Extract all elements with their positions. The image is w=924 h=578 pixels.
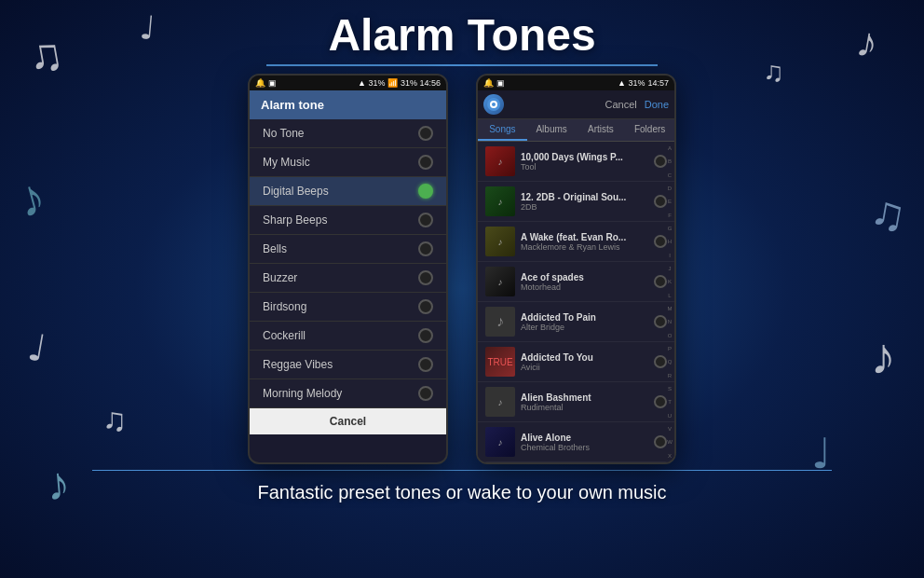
page-title: Alarm Tones bbox=[0, 9, 924, 61]
left-status-icons: 🔔 ▣ bbox=[255, 78, 277, 88]
song-thumb: ♪ bbox=[485, 267, 515, 296]
song-artist: Tool bbox=[521, 162, 648, 172]
alarm-item-reggae[interactable]: Reggae Vibes bbox=[250, 351, 446, 379]
alarm-item-label: Reggae Vibes bbox=[263, 358, 333, 371]
song-artist: Alter Bridge bbox=[521, 323, 648, 332]
radio-reggae bbox=[418, 357, 433, 372]
right-status-signal: ▲ 31% bbox=[618, 78, 645, 88]
song-info: A Wake (feat. Evan Ro... Macklemore & Ry… bbox=[521, 232, 648, 252]
song-thumb: ♪ bbox=[485, 146, 515, 176]
song-info: Addicted To Pain Alter Bridge bbox=[521, 312, 648, 332]
radio-cockerill bbox=[418, 328, 433, 343]
song-item-chemical[interactable]: ♪ Alive Alone Chemical Brothers bbox=[478, 422, 674, 462]
song-title: Ace of spades bbox=[521, 272, 648, 282]
alarm-item-label: Birdsong bbox=[263, 300, 306, 313]
song-title: 10,000 Days (Wings P... bbox=[521, 152, 648, 162]
song-artist: Avicii bbox=[521, 363, 648, 372]
radio-digital-beeps bbox=[418, 184, 433, 199]
song-item-avicii[interactable]: TRUE Addicted To You Avicii bbox=[478, 342, 674, 382]
song-info: Ace of spades Motorhead bbox=[521, 272, 648, 292]
song-title: A Wake (feat. Evan Ro... bbox=[521, 232, 648, 242]
music-app-icon bbox=[483, 94, 504, 115]
alarm-item-label: Buzzer bbox=[263, 271, 297, 284]
tab-songs[interactable]: Songs bbox=[478, 119, 527, 141]
song-artist: 2DB bbox=[521, 202, 648, 212]
left-phone: 🔔 ▣ ▲ 31% 📶 31% 14:56 Alarm tone No Tone… bbox=[248, 74, 448, 464]
song-title: Alive Alone bbox=[521, 433, 648, 443]
alarm-item-label: Bells bbox=[263, 242, 287, 255]
song-item-alterbridge[interactable]: ♪ Addicted To Pain Alter Bridge bbox=[478, 302, 674, 342]
bottom-line bbox=[92, 470, 832, 471]
radio-no-tone bbox=[418, 126, 433, 141]
alarm-item-label: Cockerill bbox=[263, 329, 306, 342]
title-area: Alarm Tones bbox=[0, 0, 924, 66]
song-info: Alive Alone Chemical Brothers bbox=[521, 433, 648, 452]
song-title: Addicted To Pain bbox=[521, 312, 648, 323]
right-status-left: 🔔 ▣ bbox=[483, 78, 505, 88]
tab-artists[interactable]: Artists bbox=[577, 119, 626, 141]
done-button[interactable]: Done bbox=[645, 99, 669, 110]
song-artist: Motorhead bbox=[521, 282, 648, 292]
song-thumb: TRUE bbox=[485, 347, 515, 377]
right-phone: 🔔 ▣ ▲ 31% 14:57 Cancel Done bbox=[476, 74, 676, 464]
right-phone-content: Cancel Done Songs Albums Artists Folders bbox=[478, 90, 674, 462]
alarm-item-cockerill[interactable]: Cockerill bbox=[250, 322, 446, 351]
alarm-item-label: No Tone bbox=[263, 127, 304, 140]
left-phone-content: Alarm tone No Tone My Music Digital Beep… bbox=[250, 90, 446, 434]
left-status-left: 🔔 ▣ bbox=[255, 78, 277, 88]
song-item-tool[interactable]: ♪ 10,000 Days (Wings P... Tool bbox=[478, 142, 674, 182]
left-cancel-button[interactable]: Cancel bbox=[250, 408, 446, 434]
left-status-right: ▲ 31% 📶 31% 14:56 bbox=[358, 78, 441, 88]
song-thumb: ♪ bbox=[485, 387, 515, 417]
alarm-item-no-tone[interactable]: No Tone bbox=[250, 119, 446, 148]
alarm-item-label: Digital Beeps bbox=[263, 185, 329, 198]
tab-bar: Songs Albums Artists Folders bbox=[478, 119, 674, 142]
tab-albums[interactable]: Albums bbox=[527, 119, 577, 141]
alarm-list: No Tone My Music Digital Beeps Sharp Bee… bbox=[250, 119, 446, 408]
song-title: 12. 2DB - Original Sou... bbox=[521, 192, 648, 202]
radio-morning bbox=[418, 386, 433, 401]
song-info: 12. 2DB - Original Sou... 2DB bbox=[521, 192, 648, 212]
song-item-motorhead[interactable]: ♪ Ace of spades Motorhead bbox=[478, 262, 674, 302]
song-list: ♪ 10,000 Days (Wings P... Tool ♪ 12. 2DB… bbox=[478, 142, 674, 462]
music-header-buttons: Cancel Done bbox=[605, 99, 669, 110]
alarm-item-label: Morning Melody bbox=[263, 387, 342, 400]
alarm-item-label: My Music bbox=[263, 156, 310, 169]
left-status-time: 📶 31% 14:56 bbox=[387, 78, 441, 88]
alarm-item-label: Sharp Beeps bbox=[263, 213, 327, 227]
song-artist: Macklemore & Ryan Lewis bbox=[521, 242, 648, 252]
radio-bells bbox=[418, 241, 433, 256]
right-status-bar: 🔔 ▣ ▲ 31% 14:57 bbox=[478, 76, 674, 90]
song-thumb: ♪ bbox=[485, 186, 515, 216]
side-index: A B C D E F G H I J K L M N O P Q bbox=[665, 142, 674, 462]
radio-buzzer bbox=[418, 270, 433, 285]
alarm-item-morning[interactable]: Morning Melody bbox=[250, 379, 446, 408]
alarm-item-digital-beeps[interactable]: Digital Beeps bbox=[250, 177, 446, 206]
song-thumb: ♪ bbox=[485, 227, 515, 256]
cancel-button[interactable]: Cancel bbox=[605, 99, 636, 110]
alarm-tone-header: Alarm tone bbox=[250, 90, 446, 119]
alarm-item-sharp-beeps[interactable]: Sharp Beeps bbox=[250, 206, 446, 235]
alarm-item-bells[interactable]: Bells bbox=[250, 235, 446, 264]
tab-folders[interactable]: Folders bbox=[625, 119, 674, 141]
right-status-right: ▲ 31% 14:57 bbox=[618, 78, 669, 88]
song-artist: Chemical Brothers bbox=[521, 443, 648, 452]
left-status-bar: 🔔 ▣ ▲ 31% 📶 31% 14:56 bbox=[250, 76, 446, 90]
radio-birdsong bbox=[418, 299, 433, 314]
alarm-item-my-music[interactable]: My Music bbox=[250, 148, 446, 177]
radio-sharp-beeps bbox=[418, 213, 433, 227]
title-underline bbox=[266, 64, 658, 66]
alarm-item-buzzer[interactable]: Buzzer bbox=[250, 264, 446, 293]
bottom-text: Fantastic preset tones or wake to your o… bbox=[0, 482, 924, 503]
song-item-macklemore[interactable]: ♪ A Wake (feat. Evan Ro... Macklemore & … bbox=[478, 222, 674, 262]
alarm-item-birdsong[interactable]: Birdsong bbox=[250, 293, 446, 322]
song-item-rudimental[interactable]: ♪ Alien Bashment Rudimental bbox=[478, 382, 674, 422]
svg-point-2 bbox=[492, 103, 496, 106]
song-item-2db[interactable]: ♪ 12. 2DB - Original Sou... 2DB bbox=[478, 182, 674, 222]
phones-container: 🔔 ▣ ▲ 31% 📶 31% 14:56 Alarm tone No Tone… bbox=[0, 74, 924, 464]
right-status-time: 14:57 bbox=[647, 78, 669, 88]
song-thumb: ♪ bbox=[485, 427, 515, 457]
song-thumb: ♪ bbox=[485, 307, 515, 337]
song-title: Alien Bashment bbox=[521, 392, 648, 403]
radio-my-music bbox=[418, 155, 433, 170]
